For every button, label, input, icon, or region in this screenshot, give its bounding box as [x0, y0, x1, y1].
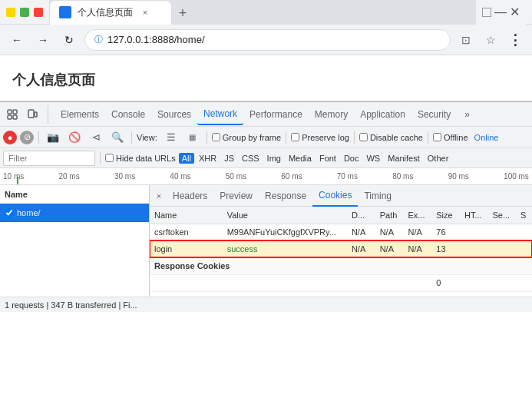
- offline-checkbox[interactable]: Offline: [433, 133, 468, 142]
- stop-button[interactable]: ⊘: [20, 131, 34, 144]
- browser-toolbar: ← → ↻ ⓘ 127.0.0.1:8888/home/ ⊡ ☆ ⋮: [0, 25, 532, 55]
- file-item-home[interactable]: home/: [0, 204, 149, 222]
- csrftoken-path: N/A: [375, 224, 404, 240]
- devtools-panel: Elements Console Sources Network Perform…: [0, 101, 532, 312]
- timeline-80ms: 80 ms: [392, 172, 413, 181]
- tab-favicon: [59, 6, 71, 18]
- detail-tab-cookies[interactable]: Cookies: [312, 185, 358, 207]
- close-button[interactable]: [34, 8, 43, 17]
- login-s: [516, 240, 532, 257]
- csrftoken-ht: [460, 224, 487, 240]
- minimize-button[interactable]: [6, 8, 15, 17]
- active-tab[interactable]: 个人信息页面 ×: [49, 0, 172, 25]
- browser-titlebar: 个人信息页面 × + — ✕: [0, 0, 532, 25]
- csrftoken-se: [487, 224, 515, 240]
- filter-img-button[interactable]: Img: [264, 153, 284, 164]
- tab-console[interactable]: Console: [105, 104, 151, 125]
- filter-js-button[interactable]: JS: [221, 153, 237, 164]
- response-cookies-empty-row: 0: [150, 274, 532, 291]
- back-button[interactable]: ←: [6, 29, 28, 51]
- filter-bar: Hide data URLs All XHR JS CSS Img Media …: [0, 148, 532, 168]
- tab-title: 个人信息页面: [78, 6, 133, 19]
- file-list-header: Name: [0, 185, 149, 204]
- col-path: Path: [375, 207, 404, 224]
- detail-tab-response[interactable]: Response: [259, 185, 312, 207]
- toolbar-separator-2: [131, 131, 132, 144]
- tab-memory[interactable]: Memory: [309, 104, 354, 125]
- detail-tab-headers[interactable]: Headers: [167, 185, 213, 207]
- waterfall-icon[interactable]: ▦: [183, 128, 202, 147]
- filter-icon[interactable]: ⊲: [87, 128, 105, 147]
- restore-button[interactable]: [482, 8, 491, 17]
- filter-ws-button[interactable]: WS: [363, 153, 383, 164]
- cookie-row-login[interactable]: login success N/A N/A N/A 13: [150, 240, 532, 257]
- filter-xhr-button[interactable]: XHR: [196, 153, 220, 164]
- svg-rect-1: [8, 110, 12, 114]
- cast-button[interactable]: ⊡: [455, 29, 477, 51]
- reload-button[interactable]: ↻: [58, 29, 80, 51]
- inspect-element-icon[interactable]: [3, 105, 21, 124]
- toolbar-separator-1: [38, 131, 39, 144]
- file-checkbox-home[interactable]: [5, 208, 14, 217]
- disable-cache-checkbox[interactable]: Disable cache: [359, 133, 423, 142]
- login-size: 13: [431, 240, 460, 257]
- hide-data-urls-checkbox[interactable]: Hide data URLs: [105, 154, 176, 163]
- tab-network[interactable]: Network: [197, 104, 243, 125]
- forward-button[interactable]: →: [32, 29, 54, 51]
- address-bar[interactable]: ⓘ 127.0.0.1:8888/home/: [84, 29, 451, 51]
- tab-security[interactable]: Security: [411, 104, 457, 125]
- col-name: Name: [150, 207, 223, 224]
- maximize-button[interactable]: [20, 8, 29, 17]
- csrftoken-size: 76: [431, 224, 460, 240]
- tab-application[interactable]: Application: [354, 104, 411, 125]
- tab-close-button[interactable]: ×: [139, 6, 151, 18]
- svg-rect-0: [61, 8, 69, 16]
- filter-media-button[interactable]: Media: [286, 153, 315, 164]
- page-content: 个人信息页面: [0, 55, 532, 101]
- filter-font-button[interactable]: Font: [316, 153, 339, 164]
- cookie-row-csrftoken[interactable]: csrftoken M99ANFuYuiCKfggfXVPRy... N/A N…: [150, 224, 532, 240]
- response-cookies-header-row: Response Cookies: [150, 257, 532, 274]
- login-se: [487, 240, 515, 257]
- online-text: Online: [474, 133, 499, 142]
- bookmark-button[interactable]: ☆: [480, 29, 501, 51]
- col-expires: Ex...: [403, 207, 431, 224]
- toolbar-separator-5: [354, 131, 355, 144]
- toolbar-separator-6: [428, 131, 428, 144]
- csrftoken-ex: N/A: [403, 224, 431, 240]
- filter-doc-button[interactable]: Doc: [341, 153, 362, 164]
- cookies-table-header: Name Value D... Path Ex... Size HT... Se…: [150, 207, 532, 224]
- login-ex: N/A: [403, 240, 431, 257]
- detail-tab-timing[interactable]: Timing: [358, 185, 398, 207]
- new-tab-button[interactable]: +: [172, 3, 193, 25]
- camera-icon[interactable]: 📷: [44, 128, 62, 147]
- clear-icon[interactable]: 🚫: [65, 128, 84, 147]
- list-view-icon[interactable]: ☰: [162, 128, 180, 147]
- svg-rect-4: [13, 115, 17, 119]
- filter-input[interactable]: [3, 151, 95, 166]
- csrftoken-name: csrftoken: [150, 224, 223, 240]
- more-tabs-button[interactable]: »: [458, 104, 476, 125]
- close-win-button[interactable]: ✕: [510, 5, 520, 19]
- search-icon[interactable]: 🔍: [108, 128, 127, 147]
- group-by-frame-checkbox[interactable]: Group by frame: [212, 133, 281, 142]
- maximize-win-button[interactable]: —: [494, 5, 507, 19]
- device-toolbar-icon[interactable]: [23, 105, 41, 124]
- menu-button[interactable]: ⋮: [504, 29, 526, 51]
- window-controls: [6, 8, 43, 17]
- filter-css-button[interactable]: CSS: [239, 153, 263, 164]
- tab-elements[interactable]: Elements: [55, 104, 105, 125]
- tab-sources[interactable]: Sources: [151, 104, 197, 125]
- filter-other-button[interactable]: Other: [425, 153, 452, 164]
- col-domain: D...: [347, 207, 375, 224]
- file-name-home: home/: [17, 208, 41, 217]
- details-close-button[interactable]: ×: [151, 188, 167, 204]
- network-main: Name home/ × Headers Preview Response: [0, 185, 532, 297]
- tab-performance[interactable]: Performance: [243, 104, 309, 125]
- csrftoken-value: M99ANFuYuiCKfggfXVPRy...: [223, 224, 347, 240]
- filter-all-button[interactable]: All: [179, 153, 194, 164]
- preserve-log-checkbox[interactable]: Preserve log: [291, 133, 349, 142]
- detail-tab-preview[interactable]: Preview: [213, 185, 259, 207]
- record-button[interactable]: ●: [3, 131, 17, 144]
- filter-manifest-button[interactable]: Manifest: [385, 153, 423, 164]
